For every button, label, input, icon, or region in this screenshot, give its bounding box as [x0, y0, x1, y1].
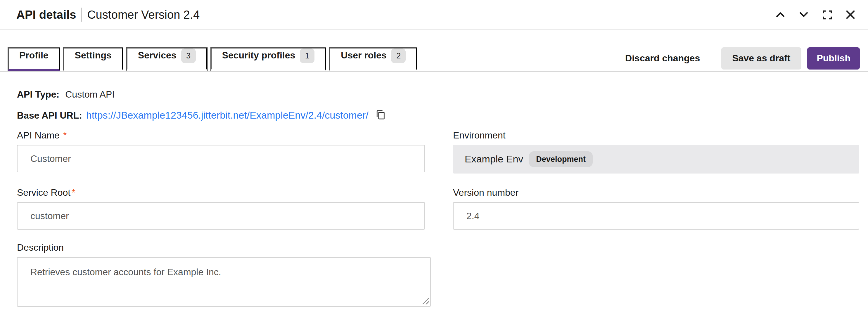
tab-label: Profile	[19, 51, 49, 61]
base-api-url-row: Base API URL: https://JBexample123456.ji…	[17, 110, 859, 122]
required-marker: *	[63, 130, 67, 141]
tabbar: Profile Settings Services 3 Security pro…	[0, 30, 868, 72]
tab-label: Settings	[75, 51, 112, 61]
description-label: Description	[17, 243, 425, 253]
tab-label: User roles	[341, 51, 386, 61]
tab-count-badge: 2	[391, 48, 406, 63]
api-name-label: API Name *	[17, 130, 425, 141]
api-version-subtitle: Customer Version 2.4	[87, 8, 200, 21]
collapse-button[interactable]	[769, 4, 792, 25]
tab-label: Services	[138, 51, 177, 61]
form-grid: API Name * Environment Example Env Devel…	[17, 130, 859, 307]
api-name-field: API Name *	[17, 130, 425, 173]
base-api-url-link[interactable]: https://JBexample123456.jitterbit.net/Ex…	[86, 110, 369, 122]
action-buttons: Discard changes Save as draft Publish	[618, 47, 860, 69]
api-type-row: API Type: Custom API	[17, 89, 859, 100]
save-as-draft-button[interactable]: Save as draft	[721, 47, 801, 69]
api-type-value: Custom API	[65, 89, 115, 100]
tab-label: Security profiles	[222, 51, 296, 61]
environment-label: Environment	[453, 130, 859, 141]
fullscreen-button[interactable]	[815, 4, 839, 25]
tab-count-badge: 1	[300, 48, 314, 63]
close-button[interactable]	[839, 4, 862, 25]
environment-type-badge: Development	[529, 151, 593, 167]
fullscreen-icon	[822, 10, 832, 20]
profile-tab-content: API Type: Custom API Base API URL: https…	[0, 72, 868, 307]
version-number-field: Version number	[453, 188, 859, 230]
description-input[interactable]: Retrieves customer accounts for Example …	[17, 257, 431, 307]
tab-user-roles[interactable]: User roles 2	[329, 47, 417, 71]
publish-button[interactable]: Publish	[807, 47, 860, 69]
version-number-input[interactable]	[453, 202, 859, 230]
tab-profile[interactable]: Profile	[8, 47, 60, 71]
required-marker: *	[71, 188, 75, 198]
page-title: API details	[17, 8, 76, 21]
tab-security-profiles[interactable]: Security profiles 1	[210, 47, 327, 71]
copy-icon	[376, 110, 386, 122]
api-type-label: API Type:	[17, 89, 59, 100]
copy-url-button[interactable]	[376, 110, 386, 122]
resize-handle-icon[interactable]	[423, 298, 429, 305]
chevron-up-icon	[775, 9, 785, 20]
chevron-down-icon	[799, 9, 809, 20]
titlebar: API details Customer Version 2.4	[0, 0, 868, 30]
service-root-input[interactable]	[17, 202, 425, 230]
discard-changes-button[interactable]: Discard changes	[618, 47, 707, 69]
environment-field: Environment Example Env Development	[453, 130, 859, 173]
close-icon	[845, 9, 856, 20]
expand-button[interactable]	[792, 4, 815, 25]
service-root-field: Service Root *	[17, 188, 425, 230]
api-name-input[interactable]	[17, 145, 425, 172]
environment-name: Example Env	[465, 153, 523, 165]
base-api-url-label: Base API URL:	[17, 110, 82, 121]
description-field: Description Retrieves customer accounts …	[17, 243, 425, 307]
description-textarea-wrap: Retrieves customer accounts for Example …	[17, 257, 431, 307]
title-divider	[82, 8, 82, 22]
version-number-label: Version number	[453, 188, 859, 198]
window-controls	[769, 4, 862, 25]
api-details-panel: API details Customer Version 2.4	[0, 0, 868, 319]
service-root-label: Service Root *	[17, 188, 425, 198]
tab-settings[interactable]: Settings	[63, 47, 123, 71]
tabs: Profile Settings Services 3 Security pro…	[8, 47, 417, 71]
tab-count-badge: 3	[181, 48, 196, 63]
environment-value-box: Example Env Development	[453, 145, 859, 173]
tab-services[interactable]: Services 3	[126, 47, 208, 71]
